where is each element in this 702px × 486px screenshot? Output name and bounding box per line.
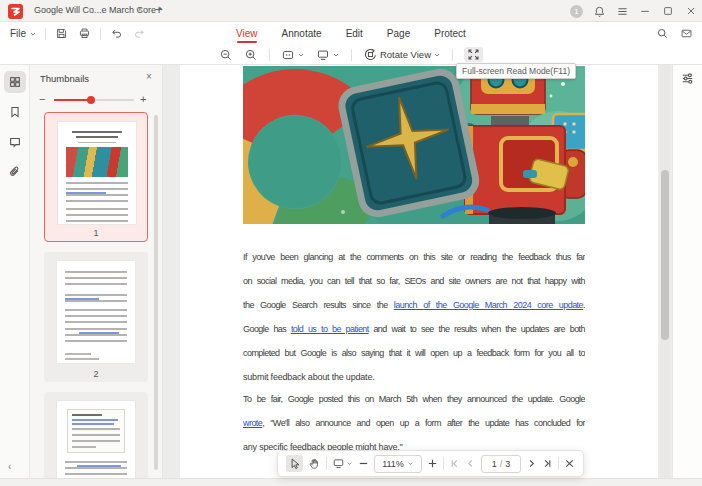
new-tab-button[interactable]: + [152,2,166,18]
thumbnail-page-1[interactable]: 1 [44,112,148,242]
zoom-decrease-icon[interactable] [358,458,369,469]
page-display-dropdown[interactable] [332,457,353,470]
thumbnail-page-3[interactable] [44,392,148,478]
zoom-out-icon[interactable] [219,48,233,62]
link-march-2024-core-update[interactable]: launch of the Google March 2024 core upd… [394,300,583,310]
left-sidebar-rail: ‹ [0,65,30,478]
tab-page[interactable]: Page [387,24,410,44]
select-tool-button[interactable] [286,455,303,472]
text-segment: . [583,300,585,310]
cursor-icon [288,457,301,470]
thumbnails-panel-button[interactable] [4,71,26,93]
divider [452,49,453,61]
page-number-box[interactable]: 1 / 3 [481,455,521,473]
page-view-dropdown[interactable] [316,48,340,62]
search-icon[interactable] [655,26,670,41]
panel-close-icon[interactable]: × [143,71,155,83]
next-page-button[interactable] [526,458,537,469]
mail-icon[interactable] [679,26,694,41]
bookmark-icon [8,105,22,119]
collapse-sidebar-icon[interactable]: ‹ [8,461,11,472]
zoom-in-icon[interactable] [244,48,258,62]
thumbnail-2-preview [56,260,136,364]
bell-icon[interactable] [592,4,606,18]
text-segment: , "We'll also announce and open up a for… [262,418,585,428]
slider-plus-icon[interactable]: + [140,93,146,105]
text-line: on social media, you can tell that so fa… [243,269,585,293]
slider-knob[interactable] [87,96,95,104]
link-wrote[interactable]: wrote [243,418,262,428]
slider-track[interactable] [54,99,134,101]
notification-badge[interactable]: 1 [570,5,583,18]
floating-navigation-bar: 111% 1 / 3 [277,450,584,477]
comment-icon [8,135,22,149]
fit-page-dropdown[interactable] [281,48,305,62]
rotate-view-dropdown[interactable]: Rotate View [363,47,441,62]
window-bottom-edge [0,478,702,486]
fullscreen-read-mode-button[interactable] [464,47,483,62]
document-scrollbar-thumb[interactable] [661,170,669,340]
divider [351,49,352,61]
tab-protect[interactable]: Protect [434,24,466,44]
window-close-icon[interactable] [684,4,698,18]
comments-panel-button[interactable] [4,131,26,153]
text-line: submit feedback about the update. [243,365,585,389]
thumbnails-grid-icon [8,75,22,89]
thumbnail-page-2[interactable]: 2 [44,252,148,382]
divider [443,457,444,470]
panel-scrollbar[interactable] [154,115,158,470]
chevron-right-icon [526,458,537,469]
slider-minus-icon[interactable]: − [39,93,45,105]
page-separator: / [500,459,503,469]
chevron-left-icon [465,458,476,469]
robot-illustration-image [243,66,585,224]
divider [558,457,559,470]
last-page-button[interactable] [542,458,553,469]
previous-page-button[interactable] [465,458,476,469]
thumbnail-1-page-number: 1 [45,228,147,238]
link-told-us-to-be-patient[interactable]: told us to be patient [291,324,369,334]
rotate-view-label: Rotate View [380,49,431,60]
thumbnail-1-preview [57,121,137,225]
text-segment: Google has [243,324,291,334]
fullscreen-icon [467,48,480,61]
thumbnail-3-preview [56,400,136,478]
first-page-button[interactable] [449,458,460,469]
attachments-panel-button[interactable] [4,161,26,183]
total-pages-value: 3 [505,459,510,469]
thumbnail-2-page-number: 2 [44,369,148,379]
thumbnail-size-slider: − + [30,93,163,107]
hand-tool-button[interactable] [308,457,321,470]
app-logo-icon [8,4,23,19]
last-page-icon [542,458,553,469]
chevron-down-icon [332,51,340,59]
pdf-page: If you've been glancing at the comments … [180,65,658,478]
thumbnails-panel: Thumbnails × − + 1 [30,65,163,478]
fullscreen-tooltip: Full-screen Read Mode(F11) [456,63,576,79]
text-line: wrote, "We'll also announce and open up … [243,411,585,435]
first-page-icon [449,458,460,469]
text-line: To be fair, Google posted this on March … [243,387,585,411]
zoom-level-dropdown[interactable]: 111% [374,455,422,473]
paperclip-icon [8,165,22,179]
tab-edit[interactable]: Edit [346,24,363,44]
minimize-icon[interactable] [638,4,652,18]
article-paragraph-1: If you've been glancing at the comments … [243,245,585,389]
text-segment: the Google Search results since the [243,300,394,310]
bookmarks-panel-button[interactable] [4,101,26,123]
properties-sliders-icon[interactable] [680,71,696,87]
page-view-icon [316,48,330,62]
zoom-increase-icon[interactable] [427,458,438,469]
close-floatbar-button[interactable] [564,458,575,469]
menu-icon[interactable] [615,4,629,18]
tab-view[interactable]: View [236,24,258,44]
tab-close-icon[interactable]: × [134,4,146,16]
current-page-value: 1 [492,459,497,469]
document-area: If you've been glancing at the comments … [163,65,672,478]
chevron-down-icon [433,51,441,59]
text-line: the Google Search results since the laun… [243,293,585,317]
tab-annotate[interactable]: Annotate [282,24,322,44]
chevron-down-icon [297,51,305,59]
rotate-view-icon [363,47,378,62]
maximize-icon[interactable] [661,4,675,18]
